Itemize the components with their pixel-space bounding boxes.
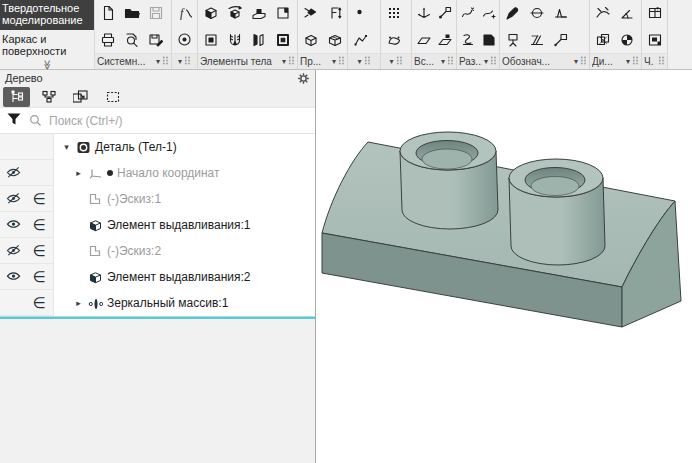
rib-button[interactable] xyxy=(247,27,271,53)
ribbon-group-Ч: TЧ. xyxy=(642,0,668,69)
group-grip[interactable] xyxy=(184,56,191,67)
tolerance-button[interactable] xyxy=(525,27,549,53)
box-primitive-button[interactable] xyxy=(299,27,323,53)
ribbon-collapse-button[interactable]: ≫ xyxy=(0,60,94,70)
tree-item-row[interactable]: ∈(-)Эскиз:2 xyxy=(0,238,315,264)
tree-extra-window-button[interactable] xyxy=(67,87,94,107)
shell-button[interactable] xyxy=(271,27,295,53)
visibility-toggle[interactable] xyxy=(0,269,27,284)
tab-wireframe-surfaces[interactable]: Каркас и поверхности xyxy=(0,31,94,61)
disc-button[interactable] xyxy=(173,27,197,53)
leader-button[interactable] xyxy=(549,27,573,53)
collision-button[interactable] xyxy=(591,27,615,53)
diameter-button[interactable] xyxy=(525,0,549,26)
tree-item-row[interactable]: ▾Деталь (Тел-1) xyxy=(0,134,315,160)
visibility-toggle[interactable] xyxy=(0,191,27,206)
hole-button[interactable] xyxy=(223,27,247,53)
group-menu-arrow[interactable]: ▾ xyxy=(156,58,160,66)
section-solid-button[interactable] xyxy=(458,27,479,53)
lcs-axes-button[interactable] xyxy=(413,0,435,26)
roughness-button[interactable] xyxy=(549,0,573,26)
plane-button[interactable] xyxy=(413,27,435,53)
mass-properties-button[interactable] xyxy=(615,27,639,53)
collision-icon xyxy=(595,32,611,48)
group-grip[interactable] xyxy=(490,56,497,67)
tree-search-input[interactable] xyxy=(49,114,309,128)
tree-item-row[interactable]: ∈Элемент выдавливания:2 xyxy=(0,264,315,290)
measure-angle-button[interactable] xyxy=(615,0,639,26)
section-curve-button[interactable] xyxy=(458,0,479,26)
tree-expand-arrow[interactable]: ▸ xyxy=(73,298,84,308)
group-grip[interactable] xyxy=(580,56,587,67)
group-menu-arrow[interactable]: ▾ xyxy=(626,58,630,66)
group-grip[interactable] xyxy=(338,56,345,67)
report-table-button[interactable]: T xyxy=(643,0,667,26)
group-menu-arrow[interactable]: ▾ xyxy=(484,58,488,66)
visibility-toggle[interactable] xyxy=(0,243,27,258)
visibility-toggle[interactable] xyxy=(0,165,27,180)
marker-pencil-button[interactable] xyxy=(501,0,525,26)
group-grip[interactable] xyxy=(447,56,454,67)
tree-expand-arrow[interactable]: ▾ xyxy=(61,142,72,152)
group-grip[interactable] xyxy=(162,56,169,67)
container-button[interactable] xyxy=(323,27,347,53)
tree-item-row[interactable]: ∈(-)Эскиз:1 xyxy=(0,186,315,212)
rib-icon xyxy=(251,32,267,48)
control-point-button[interactable] xyxy=(435,0,457,26)
group-menu-arrow[interactable]: ▾ xyxy=(574,58,578,66)
tree-structure-button[interactable] xyxy=(3,87,30,107)
point-button[interactable] xyxy=(349,0,373,26)
sheet-shape-button[interactable] xyxy=(479,27,500,53)
visibility-toggle[interactable] xyxy=(0,217,27,232)
group-grip[interactable] xyxy=(658,56,665,67)
open-folder-button[interactable] xyxy=(120,0,144,26)
measure-curve-button[interactable] xyxy=(591,0,615,26)
model-stud-left[interactable] xyxy=(400,132,498,229)
group-grip[interactable] xyxy=(396,56,403,67)
group-menu-arrow[interactable]: ▾ xyxy=(178,58,182,66)
model-stud-right[interactable] xyxy=(509,159,605,265)
save-button[interactable] xyxy=(144,0,168,26)
group-menu-arrow[interactable]: ▾ xyxy=(357,58,361,66)
group-grip[interactable] xyxy=(288,56,295,67)
plane-object-button[interactable] xyxy=(435,27,457,53)
boss-button[interactable] xyxy=(247,0,271,26)
sweep-button[interactable] xyxy=(299,0,323,26)
section-sketch-button[interactable] xyxy=(479,0,500,26)
print-button[interactable] xyxy=(96,27,120,53)
spline-surface-button[interactable] xyxy=(382,27,406,53)
tree-relations-button[interactable] xyxy=(35,87,62,107)
tree-settings-button[interactable] xyxy=(297,72,310,85)
svg-text:T: T xyxy=(656,7,659,12)
save-as-button[interactable] xyxy=(144,27,168,53)
points-grid-button[interactable] xyxy=(382,0,406,26)
new-document-button[interactable] xyxy=(96,0,120,26)
group-menu-arrow[interactable]: ▾ xyxy=(332,58,336,66)
revolve-button[interactable] xyxy=(223,0,247,26)
tree-item-label: (-)Эскиз:1 xyxy=(107,192,161,206)
viewport-3d[interactable] xyxy=(316,70,692,463)
group-menu-arrow[interactable]: ▾ xyxy=(441,58,445,66)
marquee-select-button[interactable] xyxy=(99,87,126,107)
tab-solid-modeling[interactable]: Твердотельное моделирование xyxy=(0,0,94,30)
group-grip[interactable] xyxy=(364,56,371,67)
group-grip[interactable] xyxy=(632,56,639,67)
tree-item-row[interactable]: ▸Начало координат xyxy=(0,160,315,186)
tree-expand-arrow[interactable]: ▸ xyxy=(73,168,84,178)
tree-item-row[interactable]: ∈▸Зеркальный массив:1 xyxy=(0,290,315,316)
extrude-button[interactable] xyxy=(199,0,223,26)
profile-f-button[interactable] xyxy=(323,0,347,26)
variables-fx-button[interactable]: f xyxy=(173,0,197,26)
cut-extrude-button[interactable] xyxy=(199,27,223,53)
drawing-view-button[interactable] xyxy=(643,27,667,53)
polyline-button[interactable] xyxy=(349,27,373,53)
mirror-array-icon xyxy=(88,296,103,311)
print-preview-button[interactable] xyxy=(120,27,144,53)
datum-button[interactable] xyxy=(501,27,525,53)
filter-button[interactable] xyxy=(6,111,22,131)
group-menu-arrow[interactable]: ▾ xyxy=(282,58,286,66)
point-bullet-icon xyxy=(107,170,113,176)
boss-corner-button[interactable] xyxy=(271,0,295,26)
group-menu-arrow[interactable]: ▾ xyxy=(389,58,393,66)
tree-item-row[interactable]: ∈Элемент выдавливания:1 xyxy=(0,212,315,238)
